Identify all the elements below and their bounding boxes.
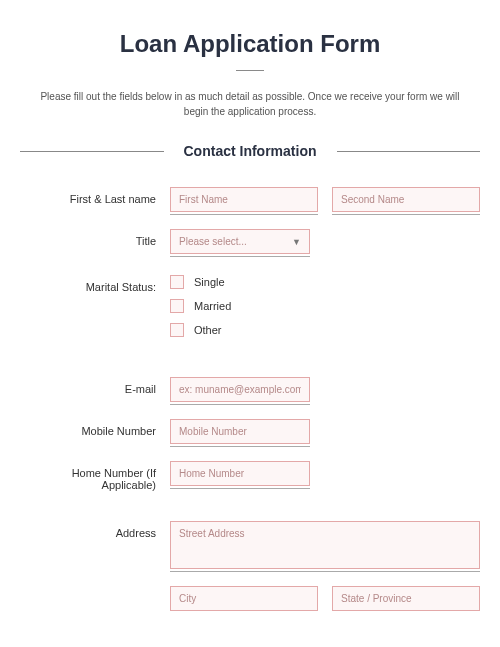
page-title: Loan Application Form bbox=[20, 30, 480, 58]
second-name-input[interactable] bbox=[332, 187, 480, 212]
divider-left bbox=[20, 151, 164, 152]
row-name: First & Last name bbox=[20, 187, 480, 215]
row-email: E-mail bbox=[20, 377, 480, 405]
checkbox-label-other: Other bbox=[194, 324, 222, 336]
label-home: Home Number (If Applicable) bbox=[20, 461, 170, 491]
divider-right bbox=[337, 151, 481, 152]
row-address: Address bbox=[20, 521, 480, 572]
marital-option-married: Married bbox=[170, 299, 480, 313]
underline bbox=[170, 256, 310, 257]
underline bbox=[170, 446, 310, 447]
label-address: Address bbox=[20, 521, 170, 539]
marital-option-single: Single bbox=[170, 275, 480, 289]
checkbox-label-single: Single bbox=[194, 276, 225, 288]
email-input[interactable] bbox=[170, 377, 310, 402]
label-title: Title bbox=[20, 229, 170, 247]
underline bbox=[332, 214, 480, 215]
field-city-state bbox=[170, 586, 480, 611]
street-input[interactable] bbox=[170, 521, 480, 569]
home-box bbox=[170, 461, 310, 489]
field-title: Please select... ▼ bbox=[170, 229, 480, 257]
second-name-box bbox=[332, 187, 480, 215]
mobile-input[interactable] bbox=[170, 419, 310, 444]
label-marital: Marital Status: bbox=[20, 275, 170, 293]
intro-text: Please fill out the fields below in as m… bbox=[20, 89, 480, 119]
checkbox-married[interactable] bbox=[170, 299, 184, 313]
field-email bbox=[170, 377, 480, 405]
mobile-box bbox=[170, 419, 310, 447]
field-mobile bbox=[170, 419, 480, 447]
first-name-box bbox=[170, 187, 318, 215]
label-email: E-mail bbox=[20, 377, 170, 395]
title-select[interactable]: Please select... ▼ bbox=[170, 229, 310, 254]
title-select-placeholder: Please select... bbox=[179, 236, 247, 247]
field-marital: Single Married Other bbox=[170, 275, 480, 347]
marital-option-other: Other bbox=[170, 323, 480, 337]
title-divider bbox=[236, 70, 264, 71]
underline bbox=[170, 571, 480, 572]
field-name bbox=[170, 187, 480, 215]
state-input[interactable] bbox=[332, 586, 480, 611]
label-mobile: Mobile Number bbox=[20, 419, 170, 437]
section-title: Contact Information bbox=[164, 143, 337, 159]
row-city-state bbox=[20, 586, 480, 611]
checkbox-other[interactable] bbox=[170, 323, 184, 337]
field-home bbox=[170, 461, 480, 489]
email-box bbox=[170, 377, 310, 405]
home-input[interactable] bbox=[170, 461, 310, 486]
city-box bbox=[170, 586, 318, 611]
state-box bbox=[332, 586, 480, 611]
checkbox-label-married: Married bbox=[194, 300, 231, 312]
chevron-down-icon: ▼ bbox=[292, 237, 301, 247]
row-title: Title Please select... ▼ bbox=[20, 229, 480, 257]
label-name: First & Last name bbox=[20, 187, 170, 205]
street-box bbox=[170, 521, 480, 572]
underline bbox=[170, 214, 318, 215]
underline bbox=[170, 404, 310, 405]
checkbox-single[interactable] bbox=[170, 275, 184, 289]
city-input[interactable] bbox=[170, 586, 318, 611]
title-select-box: Please select... ▼ bbox=[170, 229, 310, 257]
row-home: Home Number (If Applicable) bbox=[20, 461, 480, 491]
first-name-input[interactable] bbox=[170, 187, 318, 212]
field-address bbox=[170, 521, 480, 572]
section-contact-heading: Contact Information bbox=[20, 143, 480, 159]
underline bbox=[170, 488, 310, 489]
label-empty bbox=[20, 586, 170, 592]
row-marital: Marital Status: Single Married Other bbox=[20, 275, 480, 347]
row-mobile: Mobile Number bbox=[20, 419, 480, 447]
